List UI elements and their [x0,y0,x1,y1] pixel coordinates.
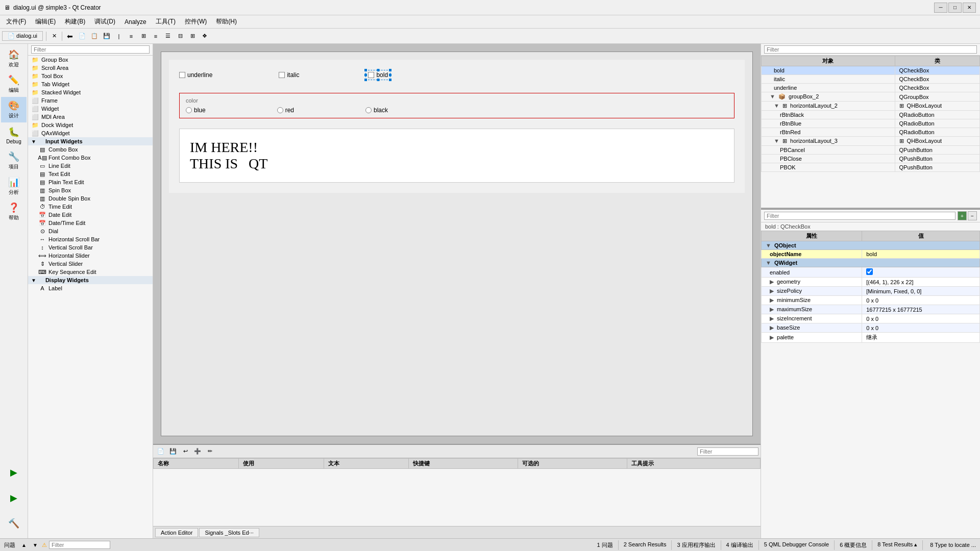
tree-item-label[interactable]: A Label [28,284,153,292]
tree-item-lineedit[interactable]: ▭ Line Edit [28,162,153,170]
prop-row-palette[interactable]: ▶ palette 继承 [762,333,980,343]
tab-signals-slots[interactable]: Signals _Slots Ed··· [199,528,259,537]
tree-item-stacked[interactable]: 📁 Stacked Widget [28,88,153,96]
obj-row-italic[interactable]: italic QCheckBox [762,75,980,84]
prop-row-geometry[interactable]: ▶ geometry [(464, 1), 226 x 22] [762,278,980,287]
checkbox-underline[interactable]: underline [179,71,212,79]
debug-mode-button[interactable]: 🐛 Debug [1,122,27,148]
toolbar-btn-5[interactable]: | [113,31,125,42]
tree-item-dial[interactable]: ⊙ Dial [28,227,153,235]
run-button[interactable]: ▶ [1,460,27,485]
bottom-toolbar-btn-2[interactable]: 💾 [167,446,179,457]
edit-button[interactable]: ✏️ 编辑 [1,71,27,97]
toolbar-btn-9[interactable]: ☰ [162,31,174,42]
radio-red[interactable]: red [277,107,294,114]
close-file-btn[interactable]: ✕ [48,31,60,42]
obj-row-rbtnred[interactable]: rBtnRed QRadioButton [762,128,980,137]
tree-item-tabwidget[interactable]: 📁 Tab Widget [28,80,153,88]
toolbar-btn-10[interactable]: ⊟ [175,31,186,42]
tree-item-hscrollbar[interactable]: ↔ Horizontal Scroll Bar [28,235,153,243]
italic-checkbox-box[interactable] [279,72,285,78]
status-tab-summary[interactable]: 6 概要信息 [835,540,872,550]
toolbar-btn-1[interactable]: ⬅ [64,31,76,42]
tree-item-spinbox[interactable]: ▥ Spin Box [28,186,153,194]
prop-add-btn[interactable]: + [958,211,967,220]
tree-item-dockwidget[interactable]: 📁 Dock Widget [28,121,153,129]
menu-debug[interactable]: 调试(D) [90,16,119,27]
enabled-checkbox[interactable] [866,268,873,275]
prop-row-maximumsize[interactable]: ▶ maximumSize 16777215 x 16777215 [762,305,980,314]
status-up-btn[interactable]: ▲ [19,540,29,549]
prop-row-minimumsize[interactable]: ▶ minimumSize 0 x 0 [762,296,980,305]
obj-row-pbcancel[interactable]: PBCancel QPushButton [762,146,980,155]
prop-row-sizeincrement[interactable]: ▶ sizeIncrement 0 x 0 [762,314,980,323]
file-tab[interactable]: 📄 dialog.ui [2,31,43,41]
radio-red-circle[interactable] [277,107,283,113]
toolbar-btn-7[interactable]: ⊞ [138,31,149,42]
tree-item-toolbox[interactable]: 📁 Tool Box [28,72,153,80]
sidebar-filter-input[interactable] [31,45,150,54]
bottom-toolbar-btn-4[interactable]: ➕ [192,446,203,457]
checkbox-bold[interactable]: bold [365,70,390,80]
tree-item-scrollarea[interactable]: 📁 Scroll Area [28,64,153,72]
radio-blue-circle[interactable] [186,107,192,113]
tree-item-frame[interactable]: ⬜ Frame [28,96,153,105]
menu-analyze[interactable]: Analyze [120,17,151,27]
toolbar-btn-2[interactable]: 📄 [77,31,88,42]
status-down-btn[interactable]: ▼ [31,540,40,549]
radio-black[interactable]: black [365,107,388,114]
bottom-toolbar-btn-1[interactable]: 📄 [155,446,166,457]
status-tab-compile[interactable]: 4 编译输出 [721,540,759,550]
status-tab-search[interactable]: 2 Search Results [619,540,672,550]
tree-item-fontcombobox[interactable]: A▤ Font Combo Box [28,154,153,162]
checkbox-italic[interactable]: italic [279,71,299,79]
tree-item-keyseqedit[interactable]: ⌨ Key Sequence Edit [28,268,153,276]
radio-blue[interactable]: blue [186,107,206,114]
prop-remove-btn[interactable]: − [968,211,977,220]
obj-row-groupbox2[interactable]: ▼ 📦 groupBox_2 QGroupBox [762,92,980,102]
menu-controls[interactable]: 控件(W) [181,16,211,27]
build-button[interactable]: 🔨 [1,511,27,536]
design-canvas[interactable]: underline italic [161,52,753,436]
toolbar-btn-3[interactable]: 📋 [89,31,100,42]
design-button[interactable]: 🎨 设计 [1,97,27,122]
tree-item-datetimeedit[interactable]: 📅 Date/Time Edit [28,219,153,227]
tree-item-doublespinbox[interactable]: ▥ Double Spin Box [28,194,153,203]
obj-row-bold[interactable]: bold QCheckBox [762,66,980,75]
toolbar-btn-8[interactable]: ≡ [150,31,161,42]
tree-item-qaxwidget[interactable]: ⬜ QAxWidget [28,129,153,137]
tree-item-dateedit[interactable]: 📅 Date Edit [28,211,153,219]
status-tab-test[interactable]: 8 Test Results ▴ [872,540,923,550]
toolbar-btn-11[interactable]: ⊞ [187,31,198,42]
obj-row-pbok[interactable]: PBOK QPushButton [762,163,980,172]
prop-row-sizepolicy[interactable]: ▶ sizePolicy [Minimum, Fixed, 0, 0] [762,287,980,296]
bottom-toolbar-btn-3[interactable]: ↩ [180,446,191,457]
tree-item-timeedit[interactable]: ⏱ Time Edit [28,203,153,211]
tree-item-mdiarea[interactable]: ⬜ MDI Area [28,113,153,121]
tree-item-textedit[interactable]: ▤ Text Edit [28,170,153,178]
right-filter-input[interactable] [764,45,977,54]
tree-item-vslider[interactable]: ⇕ Vertical Slider [28,260,153,268]
prop-row-objectname[interactable]: objectName bold [762,250,980,259]
help-button[interactable]: ❓ 帮助 [1,199,27,224]
run-debug-button[interactable]: ▶ [1,485,27,511]
bottom-filter-input[interactable] [697,447,758,456]
tree-item-vscrollbar[interactable]: ↕ Vertical Scroll Bar [28,243,153,252]
obj-row-rbtnblack[interactable]: rBtnBlack QRadioButton [762,111,980,119]
tree-section-input[interactable]: ▼ Input Widgets [28,137,153,145]
close-button[interactable]: ✕ [963,3,976,13]
maximize-button[interactable]: □ [948,3,962,13]
tree-item-plaintextedit[interactable]: ▤ Plain Text Edit [28,178,153,186]
prop-row-enabled[interactable]: enabled [762,267,980,278]
tree-item-groupbox[interactable]: 📁 Group Box [28,56,153,64]
tab-action-editor[interactable]: Action Editor [155,528,198,537]
status-tab-qml[interactable]: 5 QML Debugger Console [759,540,835,550]
tree-item-hslider[interactable]: ⟺ Horizontal Slider [28,252,153,260]
tree-item-combobox[interactable]: ▤ Combo Box [28,145,153,154]
tree-section-display[interactable]: ▼ Display Widgets [28,276,153,284]
prop-row-basesize[interactable]: ▶ baseSize 0 x 0 [762,323,980,333]
obj-row-pbclose[interactable]: PBClose QPushButton [762,155,980,163]
toolbar-btn-12[interactable]: ❖ [199,31,210,42]
menu-edit[interactable]: 编辑(E) [31,16,60,27]
obj-row-hlayout2[interactable]: ▼ ⊞ horizontalLayout_2 ⊞ QHBoxLayout [762,102,980,111]
